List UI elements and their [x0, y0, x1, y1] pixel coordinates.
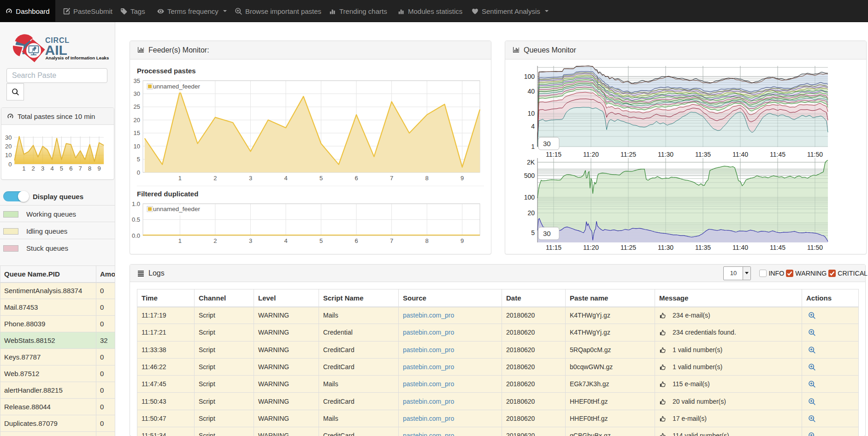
svg-text:11:50: 11:50	[807, 244, 823, 251]
svg-text:5: 5	[319, 237, 323, 244]
svg-text:unnamed_feeder: unnamed_feeder	[153, 206, 201, 212]
svg-text:11:15: 11:15	[546, 151, 561, 158]
svg-text:10: 10	[5, 152, 12, 159]
svg-text:11:40: 11:40	[732, 244, 748, 251]
svg-text:40: 40	[527, 88, 535, 95]
svg-text:1: 1	[531, 143, 535, 150]
svg-text:5: 5	[60, 165, 63, 172]
svg-text:6: 6	[354, 175, 358, 182]
svg-text:unnamed_feeder: unnamed_feeder	[153, 83, 201, 90]
svg-text:20: 20	[527, 209, 535, 217]
svg-text:4: 4	[50, 165, 53, 172]
svg-text:5: 5	[137, 156, 140, 163]
svg-text:1.0: 1.0	[132, 200, 140, 207]
svg-text:11:25: 11:25	[620, 151, 636, 158]
svg-text:2: 2	[213, 237, 217, 244]
svg-text:11:35: 11:35	[695, 151, 711, 158]
svg-text:0: 0	[8, 161, 12, 168]
svg-text:4: 4	[284, 237, 287, 244]
svg-text:11:30: 11:30	[658, 244, 673, 251]
svg-text:11:45: 11:45	[770, 151, 785, 158]
svg-text:3: 3	[249, 175, 252, 182]
svg-text:35: 35	[134, 77, 140, 84]
svg-text:0: 0	[137, 169, 140, 176]
svg-text:11:35: 11:35	[695, 244, 711, 251]
svg-text:11:40: 11:40	[732, 151, 748, 158]
svg-text:4: 4	[284, 175, 287, 182]
svg-text:7: 7	[390, 175, 393, 182]
svg-text:8: 8	[425, 175, 429, 182]
svg-text:10: 10	[134, 143, 140, 150]
svg-text:100: 100	[524, 194, 535, 201]
svg-text:6: 6	[354, 237, 358, 244]
svg-text:2: 2	[213, 175, 217, 182]
svg-text:2: 2	[32, 165, 35, 172]
svg-text:11:45: 11:45	[770, 244, 785, 251]
svg-text:9: 9	[461, 237, 464, 244]
svg-text:20: 20	[5, 143, 12, 150]
svg-text:3: 3	[41, 165, 44, 172]
svg-text:500: 500	[524, 172, 535, 179]
svg-text:30: 30	[543, 230, 551, 237]
svg-text:15: 15	[134, 130, 140, 136]
svg-text:20: 20	[134, 117, 140, 124]
svg-text:8: 8	[88, 165, 91, 172]
svg-text:30: 30	[5, 134, 12, 141]
svg-text:25: 25	[134, 103, 140, 110]
svg-text:30: 30	[134, 90, 140, 97]
svg-text:11:15: 11:15	[546, 244, 561, 251]
svg-text:10: 10	[527, 110, 535, 117]
svg-text:0.5: 0.5	[132, 216, 140, 223]
svg-text:100: 100	[524, 73, 535, 80]
svg-text:7: 7	[79, 165, 82, 172]
svg-text:3: 3	[249, 237, 252, 244]
svg-text:7: 7	[390, 237, 393, 244]
svg-text:1: 1	[22, 165, 25, 172]
svg-text:11:20: 11:20	[583, 244, 599, 251]
svg-text:9: 9	[97, 165, 100, 172]
svg-text:11:20: 11:20	[583, 151, 599, 158]
svg-text:6: 6	[69, 165, 72, 172]
svg-text:1: 1	[178, 237, 182, 244]
svg-text:30: 30	[543, 140, 551, 147]
svg-text:9: 9	[461, 175, 464, 182]
svg-text:5: 5	[319, 175, 323, 182]
svg-text:5: 5	[531, 229, 535, 236]
svg-text:8: 8	[425, 237, 429, 244]
svg-text:11:50: 11:50	[807, 151, 823, 158]
svg-text:11:25: 11:25	[620, 244, 636, 251]
svg-text:4: 4	[531, 123, 535, 130]
svg-text:0.0: 0.0	[132, 232, 140, 239]
svg-text:2K: 2K	[527, 159, 535, 166]
svg-text:Analysis of Information Leaks: Analysis of Information Leaks	[46, 55, 109, 60]
svg-text:1: 1	[178, 175, 182, 182]
svg-text:11:30: 11:30	[658, 151, 673, 158]
